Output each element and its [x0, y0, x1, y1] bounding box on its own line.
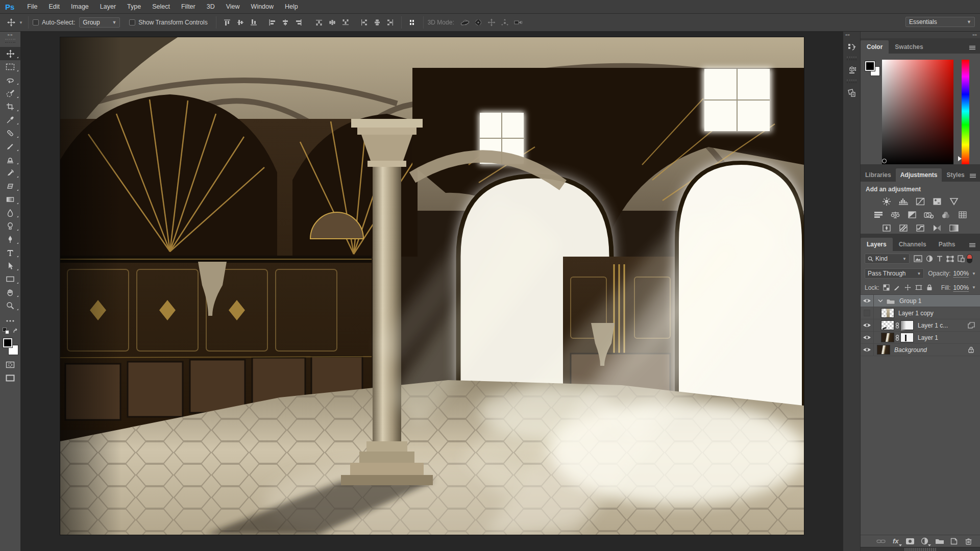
align-left-edges-button[interactable] — [266, 17, 278, 28]
distribute-left-edges-button[interactable] — [358, 17, 370, 28]
tab-adjustments[interactable]: Adjustments — [896, 168, 942, 182]
color-field-cursor[interactable] — [882, 159, 887, 163]
tab-libraries[interactable]: Libraries — [861, 168, 896, 182]
black-white-adjustment-icon[interactable] — [906, 210, 918, 219]
align-bottom-edges-button[interactable] — [248, 17, 260, 28]
color-lookup-adjustment-icon[interactable] — [957, 210, 969, 219]
layer-name[interactable]: Layer 1 c... — [918, 322, 948, 329]
posterize-adjustment-icon[interactable] — [897, 223, 910, 233]
layer-mask-thumbnail[interactable] — [900, 333, 914, 342]
levels-adjustment-icon[interactable] — [897, 197, 910, 206]
mask-link-icon[interactable] — [895, 335, 900, 341]
layer-thumbnail[interactable] — [881, 333, 894, 342]
align-top-edges-button[interactable] — [221, 17, 233, 28]
layer-thumbnail[interactable] — [881, 320, 894, 330]
pen-tool[interactable] — [0, 233, 20, 246]
align-right-edges-button[interactable] — [292, 17, 305, 28]
hue-slider-cursor[interactable] — [958, 156, 962, 161]
quick-selection-tool[interactable] — [0, 87, 20, 100]
tool-preset-caret-icon[interactable]: ▼ — [19, 20, 23, 25]
foreground-color-swatch[interactable] — [3, 338, 13, 348]
move-tool[interactable] — [0, 47, 20, 60]
gradient-map-adjustment-icon[interactable] — [948, 223, 960, 233]
crop-tool[interactable] — [0, 100, 20, 113]
rectangular-marquee-tool[interactable] — [0, 60, 20, 73]
tab-swatches[interactable]: Swatches — [889, 40, 929, 54]
visibility-eye-icon[interactable] — [861, 332, 874, 344]
group-expand-chevron-icon[interactable] — [878, 299, 883, 303]
scrollbar-thumb[interactable] — [904, 548, 936, 551]
menu-3d[interactable]: 3D — [201, 0, 220, 13]
filter-shape-layers-icon[interactable] — [946, 256, 954, 262]
swap-colors-icon[interactable] — [12, 328, 19, 334]
layer-filter-kind-dropdown[interactable]: Kind ▼ — [865, 254, 910, 264]
lasso-tool[interactable] — [0, 73, 20, 87]
auto-select-checkbox[interactable] — [33, 19, 39, 26]
zoom-tool[interactable] — [0, 299, 20, 312]
panel-menu-icon[interactable] — [969, 243, 976, 247]
spot-healing-brush-tool[interactable] — [0, 127, 20, 140]
show-transform-controls-checkbox[interactable] — [129, 19, 135, 26]
menu-help[interactable]: Help — [279, 0, 304, 13]
brightness-contrast-adjustment-icon[interactable] — [880, 197, 893, 206]
layer-row-background[interactable]: Background — [861, 344, 980, 356]
filter-type-layers-icon[interactable] — [937, 256, 943, 262]
menu-layer[interactable]: Layer — [94, 0, 121, 13]
menu-file[interactable]: File — [21, 0, 43, 13]
screen-mode-button[interactable] — [0, 371, 20, 385]
hue-slider[interactable] — [962, 60, 969, 165]
notes-panel-icon[interactable] — [843, 84, 861, 102]
horizontal-scrollbar[interactable] — [861, 547, 980, 551]
filter-pixel-layers-icon[interactable] — [914, 255, 922, 262]
dock-expand-button[interactable]: «« — [843, 32, 860, 38]
tab-styles[interactable]: Styles — [942, 168, 969, 182]
background-lock-icon[interactable] — [968, 346, 974, 353]
auto-select-target-dropdown[interactable]: Group▼ — [79, 17, 120, 28]
delete-layer-button[interactable] — [964, 537, 974, 546]
rectangle-shape-tool[interactable] — [0, 272, 20, 286]
curves-adjustment-icon[interactable] — [914, 197, 926, 206]
menu-image[interactable]: Image — [65, 0, 94, 13]
link-layers-button[interactable] — [876, 537, 886, 546]
menu-select[interactable]: Select — [146, 0, 176, 13]
visibility-eye-empty[interactable] — [861, 307, 874, 319]
distribute-top-edges-button[interactable] — [313, 17, 325, 28]
edit-toolbar-button[interactable] — [0, 316, 20, 325]
distribute-right-edges-button[interactable] — [384, 17, 397, 28]
lock-artboard-icon[interactable] — [915, 284, 922, 291]
vibrance-adjustment-icon[interactable] — [948, 197, 960, 206]
blend-mode-dropdown[interactable]: Pass Through ▼ — [865, 268, 924, 279]
lock-pixels-icon[interactable] — [894, 284, 900, 291]
tab-color[interactable]: Color — [861, 40, 889, 54]
layer-mask-thumbnail[interactable] — [900, 320, 914, 330]
menu-type[interactable]: Type — [121, 0, 146, 13]
visibility-eye-icon[interactable] — [861, 295, 874, 307]
brush-tool[interactable] — [0, 140, 20, 153]
eyedropper-tool[interactable] — [0, 113, 20, 127]
new-group-button[interactable] — [935, 537, 945, 546]
chevron-down-icon[interactable]: ▼ — [972, 285, 976, 290]
menu-edit[interactable]: Edit — [43, 0, 66, 13]
path-selection-tool[interactable] — [0, 259, 20, 272]
quick-mask-mode-button[interactable] — [0, 358, 20, 371]
add-layer-mask-button[interactable] — [905, 537, 915, 546]
lock-transparency-icon[interactable] — [883, 284, 890, 291]
eraser-tool[interactable] — [0, 180, 20, 193]
layer-thumbnail[interactable] — [877, 345, 890, 355]
tool-preset-move-icon[interactable] — [5, 17, 17, 28]
canvas-workspace[interactable] — [20, 32, 843, 551]
opacity-value[interactable]: 100% — [953, 270, 969, 277]
dodge-tool[interactable] — [0, 219, 20, 233]
layer-row-layer-1[interactable]: Layer 1 — [861, 332, 980, 344]
tab-layers[interactable]: Layers — [861, 238, 893, 251]
history-panel-icon[interactable] — [843, 38, 861, 56]
visibility-eye-icon[interactable] — [861, 344, 874, 356]
clone-stamp-tool[interactable] — [0, 153, 20, 166]
panel-menu-icon[interactable] — [969, 45, 976, 50]
lock-all-icon[interactable] — [926, 284, 933, 291]
layer-row-group-1[interactable]: Group 1 — [861, 295, 980, 307]
filter-smart-objects-icon[interactable] — [958, 255, 965, 262]
toolbar-grip[interactable] — [5, 39, 15, 43]
3d-camera-icon[interactable] — [512, 17, 524, 28]
hue-saturation-adjustment-icon[interactable] — [872, 210, 885, 219]
